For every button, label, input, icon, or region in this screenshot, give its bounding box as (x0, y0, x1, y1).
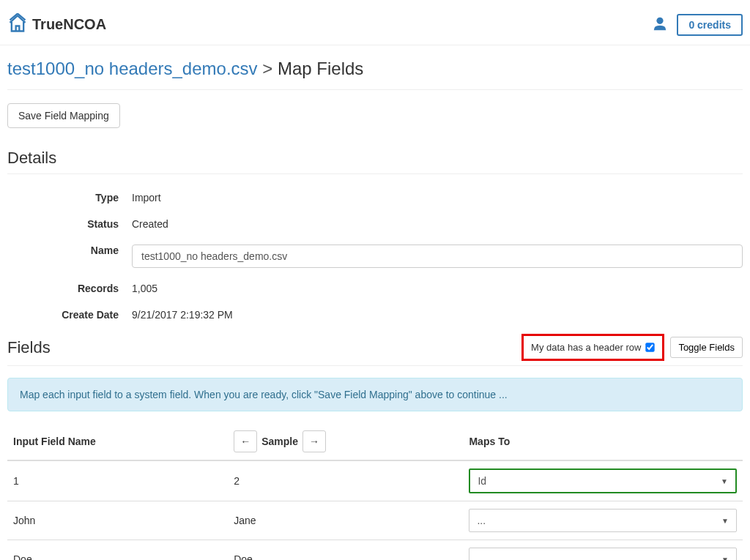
detail-row-records: Records 1,005 (7, 275, 743, 302)
house-icon (7, 13, 28, 36)
input-field-cell: 1 (7, 460, 228, 501)
details-section-title: Details (7, 141, 743, 174)
header-row-label: My data has a header row (531, 342, 641, 353)
column-header-input-field: Input Field Name (7, 423, 228, 460)
select-value: ... (477, 553, 486, 560)
save-field-mapping-button[interactable]: Save Field Mapping (7, 103, 120, 128)
records-label: Records (7, 283, 132, 294)
page-title: Map Fields (278, 59, 363, 78)
select-value: Id (478, 475, 486, 487)
sample-prev-button[interactable]: ← (234, 430, 257, 452)
select-value: ... (477, 515, 486, 526)
maps-to-cell: ... ▼ (463, 501, 743, 540)
column-header-sample: ← Sample → (228, 423, 463, 460)
type-label: Type (7, 192, 132, 204)
detail-row-status: Status Created (7, 211, 743, 237)
detail-row-create-date: Create Date 9/21/2017 2:19:32 PM (7, 302, 743, 328)
chevron-down-icon: ▼ (721, 517, 729, 525)
fields-table: Input Field Name ← Sample → Maps To (7, 423, 743, 560)
logo[interactable]: TrueNCOA (7, 13, 106, 36)
fields-header: Fields My data has a header row Toggle F… (7, 334, 743, 366)
credits-button[interactable]: 0 credits (677, 14, 743, 36)
create-date-label: Create Date (7, 309, 132, 321)
maps-to-select[interactable]: ... ▼ (469, 509, 737, 532)
header-row-checkbox-wrap: My data has a header row (521, 334, 664, 361)
input-field-cell: John (7, 501, 228, 540)
user-icon[interactable] (652, 15, 668, 34)
create-date-value: 9/21/2017 2:19:32 PM (132, 309, 743, 321)
status-label: Status (7, 218, 132, 230)
breadcrumb-separator: > (262, 59, 272, 78)
sample-label: Sample (257, 436, 302, 447)
logo-text: TrueNCOA (32, 16, 106, 33)
sample-next-button[interactable]: → (302, 430, 326, 452)
detail-row-name: Name (7, 237, 743, 275)
chevron-down-icon: ▼ (721, 477, 728, 485)
maps-to-select[interactable]: ... ▼ (469, 548, 737, 560)
maps-to-cell: Id ▼ (463, 460, 743, 501)
table-row: Doe Doe ... ▼ (7, 540, 743, 561)
sample-cell: Doe (228, 540, 463, 561)
breadcrumb-file-link[interactable]: test1000_no headers_demo.csv (7, 59, 258, 78)
column-header-maps-to: Maps To (463, 423, 743, 460)
sample-cell: 2 (228, 460, 463, 501)
type-value: Import (132, 192, 743, 204)
input-field-cell: Doe (7, 540, 228, 561)
app-header: TrueNCOA 0 credits (0, 0, 750, 45)
chevron-down-icon: ▼ (721, 556, 729, 561)
svg-point-0 (657, 18, 664, 24)
header-right: 0 credits (652, 14, 743, 36)
header-row-checkbox[interactable] (646, 343, 655, 351)
fields-section-title: Fields (7, 338, 51, 357)
detail-row-type: Type Import (7, 184, 743, 211)
records-value: 1,005 (132, 283, 743, 294)
arrow-left-icon: ← (240, 436, 250, 447)
breadcrumb: test1000_no headers_demo.csv > Map Field… (7, 45, 743, 90)
arrow-right-icon: → (309, 436, 319, 447)
maps-to-select[interactable]: Id ▼ (469, 468, 737, 493)
maps-to-cell: ... ▼ (463, 540, 743, 561)
toggle-fields-button[interactable]: Toggle Fields (670, 337, 743, 358)
sample-cell: Jane (228, 501, 463, 540)
table-row: John Jane ... ▼ (7, 501, 743, 540)
info-message: Map each input field to a system field. … (7, 378, 743, 411)
name-input[interactable] (132, 244, 743, 268)
name-label: Name (7, 244, 132, 268)
status-value: Created (132, 218, 743, 230)
table-row: 1 2 Id ▼ (7, 460, 743, 501)
fields-controls: My data has a header row Toggle Fields (521, 334, 743, 361)
